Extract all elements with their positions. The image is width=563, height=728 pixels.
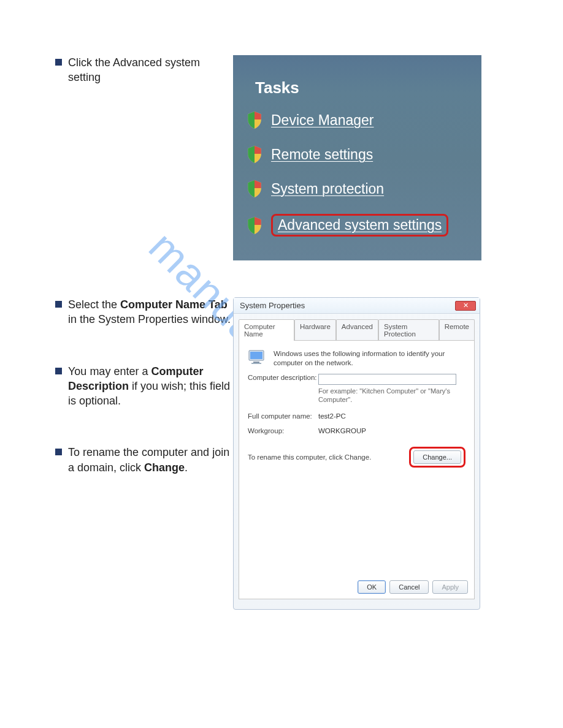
tab-panel-computer-name: Windows uses the following information t… [239,340,475,599]
step-2: Select the Computer Name Tab in the Syst… [55,297,233,327]
change-button[interactable]: Change... [413,450,461,464]
value-full-computer-name: test2-PC [318,412,346,420]
rename-text: To rename this computer, click Change. [248,453,371,461]
tab-advanced[interactable]: Advanced [336,319,378,341]
value-workgroup: WORKGROUP [318,427,366,434]
step-4-text: To rename the computer and join a domain… [68,445,233,475]
row-steps-2-4-dialog: Select the Computer Name Tab in the Syst… [55,297,514,610]
bullet-icon [55,449,62,455]
step-2-text: Select the Computer Name Tab in the Syst… [68,297,233,327]
shield-icon [247,216,262,235]
task-link-system-protection[interactable]: System protection [271,181,384,197]
step-2-pre: Select the [68,298,120,311]
label-workgroup: Workgroup: [248,427,318,434]
bullet-icon [55,368,62,374]
description-hint: For example: "Kitchen Computer" or "Mary… [318,387,465,404]
ok-button[interactable]: OK [358,580,386,594]
dialog-title: System Properties [240,301,305,310]
task-link-advanced-system-settings[interactable]: Advanced system settings [278,217,442,233]
task-link-device-manager[interactable]: Device Manager [271,112,373,129]
step-3-text: You may enter a Computer Description if … [68,364,233,409]
task-remote-settings[interactable]: Remote settings [247,145,469,164]
apply-button[interactable]: Apply [432,580,468,594]
step-2-post: in the System Properties window. [68,313,231,325]
task-device-manager[interactable]: Device Manager [247,111,469,129]
tab-remote[interactable]: Remote [439,319,475,341]
label-full-computer-name: Full computer name: [248,412,318,420]
close-icon: ✕ [463,302,469,309]
computer-description-input[interactable] [318,374,456,385]
row-full-computer-name: Full computer name: test2-PC [248,412,465,420]
step-3: You may enter a Computer Description if … [55,364,233,409]
close-button[interactable]: ✕ [455,301,476,311]
bullet-icon [55,59,62,66]
computer-icon [248,349,267,366]
shield-icon [247,145,262,164]
steps-column: Select the Computer Name Tab in the Syst… [55,297,233,475]
task-advanced-system-settings[interactable]: Advanced system settings [247,214,469,237]
step-1-text: Click the Advanced system setting [68,55,233,85]
cancel-button[interactable]: Cancel [389,580,429,594]
tab-bar: Computer Name Hardware Advanced System P… [239,319,475,340]
dialog-button-row: OK Cancel Apply [358,580,468,594]
tasks-panel: Tasks Device Manager Remote settings [233,55,481,260]
row-workgroup: Workgroup: WORKGROUP [248,427,465,434]
row-computer-description: Computer description: [248,374,465,385]
step-4-bold: Change [144,461,185,474]
svg-rect-2 [253,362,259,363]
system-properties-dialog: System Properties ✕ Computer Name Hardwa… [233,297,480,610]
row-step-1-tasks: Click the Advanced system setting Tasks … [55,55,514,260]
dialog-info-text: Windows uses the following information t… [274,349,465,368]
step-4-post: . [185,461,188,474]
tab-hardware[interactable]: Hardware [294,319,336,341]
highlight-box: Advanced system settings [271,214,448,237]
tab-system-protection[interactable]: System Protection [378,319,439,341]
step-2-bold: Computer Name Tab [120,298,228,311]
step-1: Click the Advanced system setting [55,55,233,85]
highlight-box: Change... [409,447,465,468]
task-link-remote-settings[interactable]: Remote settings [271,146,373,163]
dialog-info-line: Windows uses the following information t… [248,349,465,368]
task-system-protection[interactable]: System protection [247,180,469,198]
step-4: To rename the computer and join a domain… [55,445,233,475]
shield-icon [247,111,262,129]
svg-rect-3 [251,363,261,364]
label-computer-description: Computer description: [248,374,318,381]
dialog-titlebar: System Properties ✕ [234,298,480,314]
tab-computer-name[interactable]: Computer Name [239,319,294,341]
bullet-icon [55,301,62,308]
tasks-title: Tasks [255,78,469,97]
step-3-pre: You may enter a [68,365,151,377]
row-rename: To rename this computer, click Change. C… [248,447,465,468]
svg-rect-1 [250,352,262,359]
shield-icon [247,180,262,198]
